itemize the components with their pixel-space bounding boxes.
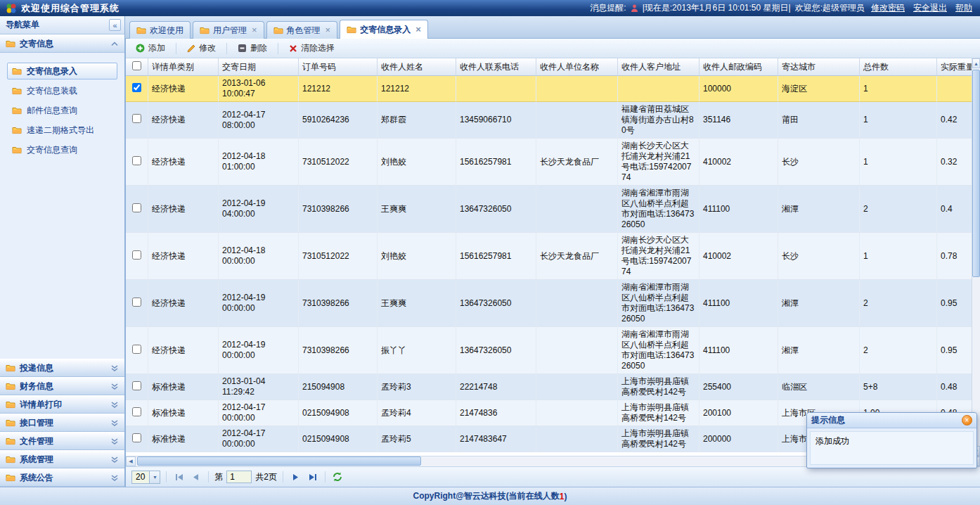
- sidebar-section-3[interactable]: 接口管理: [0, 414, 124, 432]
- cell-address: 湖南省湘潭市雨湖区八仙桥半点利超市对面电话:13647326050: [618, 186, 699, 233]
- vertical-scroll-thumb[interactable]: [972, 70, 980, 277]
- row-checkbox[interactable]: [132, 156, 141, 165]
- change-password-link[interactable]: 修改密码: [871, 2, 905, 14]
- chevron-double-down-icon: [110, 402, 119, 408]
- row-select-cell[interactable]: [126, 400, 148, 426]
- sidebar-section-active[interactable]: 交寄信息: [0, 34, 124, 53]
- column-header-phone[interactable]: 收件人联系电话: [456, 58, 536, 76]
- popup-close-icon[interactable]: ×: [962, 415, 972, 426]
- logout-link[interactable]: 安全退出: [913, 2, 947, 14]
- row-checkbox[interactable]: [132, 433, 141, 442]
- last-page-button[interactable]: [306, 471, 319, 484]
- sidebar-item-3[interactable]: 速递二期格式导出: [7, 122, 117, 139]
- column-header-weight[interactable]: 实际重量: [937, 58, 972, 76]
- sidebar-section-2[interactable]: 详情单打印: [0, 395, 124, 414]
- cell-weight: 0.4: [937, 186, 972, 233]
- sidebar-item-label: 交寄信息录入: [27, 65, 77, 77]
- row-checkbox[interactable]: [132, 407, 141, 416]
- column-header-address[interactable]: 收件人客户地址: [618, 58, 699, 76]
- datetime-text: |现在是:2013年1月6日 10:01:50 星期日|: [643, 2, 791, 14]
- prev-page-button[interactable]: [189, 471, 202, 484]
- row-checkbox[interactable]: [132, 298, 141, 307]
- column-header-zip[interactable]: 收件人邮政编码: [699, 58, 778, 76]
- first-page-button[interactable]: [172, 471, 186, 484]
- row-select-cell[interactable]: [126, 102, 148, 139]
- row-checkbox[interactable]: [132, 345, 141, 354]
- vertical-scroll-track[interactable]: [972, 68, 980, 446]
- table-row-3[interactable]: 经济快递2012-04-19 04:00:007310398266王爽爽1364…: [126, 186, 972, 233]
- sidebar-section-5[interactable]: 系统管理: [0, 450, 124, 468]
- tab-2[interactable]: 角色管理 ×: [266, 21, 338, 39]
- table-row-6[interactable]: 经济快递2012-04-19 00:00:007310398266振丫丫1364…: [126, 327, 972, 374]
- cell-phone: 21474836: [456, 400, 536, 426]
- row-checkbox[interactable]: [132, 250, 141, 260]
- close-icon[interactable]: ×: [252, 27, 257, 34]
- page-number-input[interactable]: [226, 471, 252, 483]
- select-all-checkbox[interactable]: [132, 61, 141, 70]
- add-button[interactable]: 添加: [130, 39, 171, 57]
- horizontal-scroll-thumb[interactable]: [137, 456, 421, 466]
- column-header-unit[interactable]: 收件人单位名称: [536, 58, 618, 76]
- sidebar-section-1[interactable]: 财务信息: [0, 377, 124, 395]
- table-row-7[interactable]: 标准快递2013-01-04 11:29:42215094908孟玲莉32221…: [126, 374, 972, 400]
- close-icon[interactable]: ×: [415, 26, 421, 33]
- column-header-count[interactable]: 总件数: [860, 58, 937, 76]
- row-select-cell[interactable]: [126, 139, 148, 186]
- sidebar-item-2[interactable]: 邮件信息查询: [7, 102, 117, 119]
- scroll-left-arrow[interactable]: ◀: [126, 456, 136, 466]
- cell-address: 湖南长沙天心区大托浦兴龙村兴浦21号电话:15974200774: [618, 233, 699, 280]
- table-row-0[interactable]: 经济快递2013-01-06 10:00:4712121212121210000…: [126, 76, 972, 102]
- tab-0[interactable]: 欢迎使用: [129, 21, 191, 39]
- column-header-order[interactable]: 订单号码: [299, 58, 378, 76]
- column-header-type[interactable]: 详情单类别: [148, 58, 219, 76]
- clear-selection-button[interactable]: 清除选择: [283, 39, 340, 57]
- app-title: 欢迎使用综合管理系统: [21, 2, 120, 15]
- next-page-button[interactable]: [289, 471, 302, 484]
- close-icon[interactable]: ×: [325, 27, 331, 34]
- column-header-date[interactable]: 交寄日期: [219, 58, 299, 76]
- help-link[interactable]: 帮助: [955, 2, 972, 14]
- sidebar-section-6[interactable]: 系统公告: [0, 468, 124, 487]
- toolbar-separator: [226, 43, 227, 54]
- sidebar-item-0[interactable]: 交寄信息录入: [7, 63, 117, 79]
- refresh-icon[interactable]: [333, 472, 342, 482]
- row-select-cell[interactable]: [126, 76, 148, 102]
- cell-zip: 100000: [699, 76, 778, 102]
- edit-button[interactable]: 修改: [181, 39, 221, 57]
- row-select-cell[interactable]: [126, 426, 148, 452]
- table-row-2[interactable]: 经济快递2012-04-18 01:00:007310512022刘艳姣1561…: [126, 139, 972, 186]
- sidebar-item-1[interactable]: 交寄信息装载: [7, 82, 117, 99]
- table-row-1[interactable]: 经济快递2012-04-17 08:00:005910264236郑群霞1345…: [126, 102, 972, 139]
- row-checkbox[interactable]: [132, 381, 141, 390]
- cell-phone: 13647326050: [456, 186, 536, 233]
- row-checkbox[interactable]: [132, 203, 141, 212]
- scroll-up-arrow[interactable]: ▲: [972, 58, 980, 68]
- row-select-cell[interactable]: [126, 280, 148, 327]
- sidebar-section-4[interactable]: 文件管理: [0, 432, 124, 450]
- row-select-cell[interactable]: [126, 374, 148, 400]
- folder-icon: [6, 400, 15, 409]
- copyright-suffix: ): [565, 492, 567, 501]
- user-icon[interactable]: [631, 4, 638, 13]
- delete-button[interactable]: 删除: [232, 39, 273, 57]
- column-header-city[interactable]: 寄达城市: [778, 58, 860, 76]
- sidebar-item-4[interactable]: 交寄信息查询: [7, 141, 117, 158]
- vertical-scrollbar[interactable]: ▲ ▼: [972, 58, 980, 456]
- row-checkbox[interactable]: [132, 83, 141, 92]
- page-size-select[interactable]: 20 ▼: [131, 471, 160, 484]
- row-select-cell[interactable]: [126, 233, 148, 280]
- table-row-4[interactable]: 经济快递2012-04-18 00:00:007310512022刘艳姣1561…: [126, 233, 972, 280]
- cell-order: 7310398266: [299, 280, 378, 327]
- row-select-cell[interactable]: [126, 186, 148, 233]
- row-checkbox[interactable]: [132, 114, 141, 123]
- cell-order: 5910264236: [299, 102, 378, 139]
- column-header-name[interactable]: 收件人姓名: [378, 58, 456, 76]
- tab-1[interactable]: 用户管理 ×: [193, 21, 264, 39]
- sidebar-collapse-button[interactable]: «: [109, 19, 121, 31]
- chevron-down-icon[interactable]: ▼: [149, 471, 160, 483]
- row-select-cell[interactable]: [126, 327, 148, 374]
- column-header-select[interactable]: [126, 58, 148, 76]
- sidebar-section-0[interactable]: 投递信息: [0, 359, 124, 377]
- table-row-5[interactable]: 经济快递2012-04-19 00:00:007310398266王爽爽1364…: [126, 280, 972, 327]
- tab-3[interactable]: 交寄信息录入 ×: [340, 20, 428, 39]
